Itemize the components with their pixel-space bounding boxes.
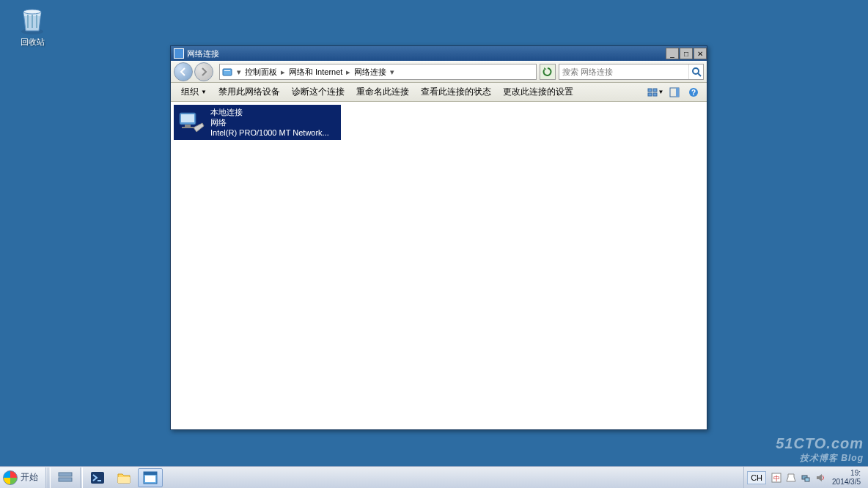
taskbar-pinned-server-manager[interactable] — [53, 468, 78, 487]
tray-volume-icon[interactable] — [814, 472, 826, 484]
forward-button[interactable] — [194, 62, 213, 81]
taskbar-divider — [48, 467, 51, 488]
diagnose-connection-button[interactable]: 诊断这个连接 — [286, 84, 350, 100]
dropdown-caret-icon: ▼ — [658, 89, 664, 95]
start-orb-icon — [3, 470, 18, 485]
tray-clock[interactable]: 19: 2014/3/5 — [828, 469, 865, 487]
breadcrumb-separator: ▾ — [388, 67, 397, 77]
minimize-button[interactable]: _ — [666, 48, 679, 59]
dropdown-caret-icon: ▼ — [201, 89, 207, 95]
svg-rect-9 — [648, 89, 652, 92]
explorer-icon — [116, 470, 132, 485]
svg-rect-2 — [32, 15, 33, 28]
change-settings-button[interactable]: 更改此连接的设置 — [497, 84, 579, 100]
recycle-bin[interactable]: 回收站 — [10, 4, 54, 48]
recycle-bin-label: 回收站 — [10, 37, 54, 48]
svg-rect-11 — [648, 93, 652, 96]
watermark-main: 51CTO.com — [776, 435, 864, 451]
breadcrumb-network-connections[interactable]: 网络连接 — [353, 67, 388, 78]
svg-rect-32 — [805, 478, 809, 481]
back-button[interactable] — [174, 62, 193, 81]
svg-rect-3 — [36, 15, 37, 28]
taskbar-pinned-powershell[interactable] — [85, 468, 110, 487]
svg-rect-10 — [653, 89, 657, 92]
breadcrumb-separator: ▸ — [279, 67, 287, 77]
svg-point-7 — [693, 68, 699, 74]
disable-device-button[interactable]: 禁用此网络设备 — [213, 84, 286, 100]
refresh-button[interactable] — [540, 64, 556, 80]
svg-rect-28 — [144, 472, 157, 475]
language-indicator[interactable]: CH — [747, 471, 766, 484]
breadcrumb-separator: ▾ — [235, 67, 243, 77]
close-button[interactable]: ✕ — [694, 48, 707, 59]
titlebar[interactable]: 网络连接 _ □ ✕ — [171, 46, 707, 61]
svg-rect-25 — [118, 477, 130, 483]
svg-point-4 — [23, 10, 41, 14]
tray-network-icon[interactable] — [800, 472, 812, 484]
connection-text: 本地连接 网络 Intel(R) PRO/1000 MT Network... — [210, 107, 335, 138]
taskbar: 开始 CH 中 — [0, 466, 868, 488]
breadcrumb[interactable]: ▾ 控制面板 ▸ 网络和 Internet ▸ 网络连接 ▾ — [219, 64, 537, 80]
organize-menu[interactable]: 组织 ▼ — [175, 84, 213, 100]
search-box[interactable] — [559, 64, 704, 80]
connection-device: Intel(R) PRO/1000 MT Network... — [210, 127, 335, 138]
network-window-icon — [142, 470, 158, 485]
taskbar-app-network-connections[interactable] — [138, 468, 163, 487]
svg-rect-5 — [223, 69, 232, 75]
svg-rect-18 — [181, 114, 194, 122]
start-label: 开始 — [21, 471, 38, 484]
svg-rect-1 — [27, 15, 29, 28]
watermark-sub: 技术博客 Blog — [776, 452, 864, 465]
taskbar-pinned-explorer[interactable] — [111, 468, 136, 487]
taskbar-divider — [80, 467, 83, 488]
tray-time: 19: — [832, 469, 861, 478]
breadcrumb-control-panel[interactable]: 控制面板 — [243, 67, 279, 78]
tray-ime-icon[interactable]: 中 — [770, 472, 782, 484]
maximize-button[interactable]: □ — [680, 48, 693, 59]
svg-rect-21 — [59, 473, 72, 476]
connection-item-local[interactable]: 本地连接 网络 Intel(R) PRO/1000 MT Network... — [174, 105, 341, 140]
search-icon — [691, 67, 702, 77]
view-status-button[interactable]: 查看此连接的状态 — [415, 84, 497, 100]
forward-arrow-icon — [199, 67, 208, 76]
window-title: 网络连接 — [187, 48, 219, 59]
powershell-icon — [89, 470, 106, 485]
organize-label: 组织 — [181, 86, 199, 98]
breadcrumb-separator: ▸ — [344, 67, 353, 77]
content-area[interactable]: 本地连接 网络 Intel(R) PRO/1000 MT Network... — [171, 102, 707, 429]
view-options-button[interactable]: ▼ — [647, 85, 664, 100]
tray-action-center-icon[interactable] — [785, 472, 797, 484]
system-tray: CH 中 19: 2014/3/5 — [743, 467, 868, 488]
preview-pane-icon — [669, 87, 680, 97]
refresh-icon — [542, 67, 553, 77]
svg-rect-20 — [182, 127, 194, 128]
toolbar: 组织 ▼ 禁用此网络设备 诊断这个连接 重命名此连接 查看此连接的状态 更改此连… — [171, 83, 707, 102]
back-arrow-icon — [179, 67, 188, 76]
help-icon: ? — [688, 87, 699, 97]
svg-rect-12 — [653, 93, 657, 96]
watermark: 51CTO.com 技术博客 Blog — [776, 435, 864, 465]
breadcrumb-icon — [221, 66, 233, 78]
svg-rect-14 — [676, 88, 679, 97]
server-manager-icon — [57, 470, 73, 485]
search-button[interactable] — [688, 64, 703, 79]
search-input[interactable] — [559, 67, 688, 76]
svg-rect-6 — [224, 70, 230, 71]
svg-text:?: ? — [691, 89, 696, 97]
recycle-bin-icon — [17, 4, 48, 35]
navbar: ▾ 控制面板 ▸ 网络和 Internet ▸ 网络连接 ▾ — [171, 61, 707, 83]
preview-pane-button[interactable] — [666, 85, 683, 100]
tray-date: 2014/3/5 — [832, 478, 861, 487]
view-icon — [647, 87, 658, 97]
network-connections-window: 网络连接 _ □ ✕ ▾ 控制面板 ▸ 网络和 Internet ▸ 网络连接 … — [170, 45, 707, 430]
window-icon — [174, 48, 184, 59]
help-button[interactable]: ? — [685, 85, 702, 100]
rename-connection-button[interactable]: 重命名此连接 — [350, 84, 415, 100]
svg-text:中: 中 — [773, 475, 780, 482]
network-adapter-icon — [177, 108, 206, 137]
start-button[interactable]: 开始 — [0, 467, 46, 488]
connection-name: 本地连接 — [210, 107, 335, 117]
svg-line-8 — [698, 73, 701, 76]
breadcrumb-network-internet[interactable]: 网络和 Internet — [287, 67, 344, 78]
svg-rect-27 — [145, 476, 155, 482]
